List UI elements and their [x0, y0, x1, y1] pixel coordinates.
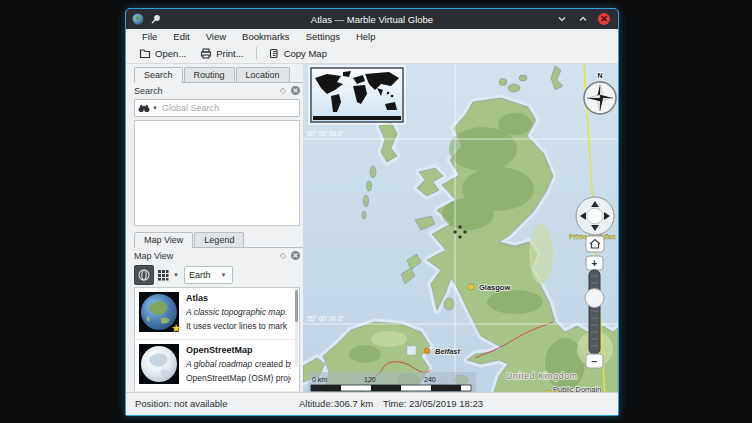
- combo-caret-icon: ▼: [221, 272, 227, 278]
- belfast-marker[interactable]: [424, 348, 430, 354]
- menu-bar: File Edit View Bookmarks Settings Help: [126, 29, 618, 44]
- window-title: Atlas — Marble Virtual Globe: [126, 14, 618, 25]
- status-position: Position: not available: [135, 398, 227, 409]
- minimize-button[interactable]: [556, 13, 568, 25]
- tab-map-view[interactable]: Map View: [134, 232, 193, 248]
- tab-location[interactable]: Location: [236, 67, 290, 82]
- theme-item-openstreetmap[interactable]: OpenStreetMap A global roadmap created b…: [135, 340, 299, 392]
- glasgow-label: Glasgow: [479, 283, 510, 292]
- license-label: Public Domain: [553, 385, 601, 392]
- theme-title: Atlas: [186, 293, 287, 303]
- printer-icon: [200, 48, 212, 59]
- menu-bookmarks[interactable]: Bookmarks: [234, 30, 298, 43]
- belfast-label: Belfast: [435, 347, 461, 356]
- status-time: Time: 23/05/2019 18:23: [383, 398, 483, 409]
- toolbar-separator: [256, 47, 257, 60]
- pin-icon[interactable]: [149, 13, 161, 25]
- grid-icon: [157, 269, 169, 281]
- status-altitude-label: Altitude:: [299, 398, 333, 409]
- projection-caret-icon: ▼: [173, 272, 179, 278]
- tab-search[interactable]: Search: [134, 67, 183, 83]
- home-button[interactable]: [586, 236, 604, 252]
- view-tabs: Map View Legend: [134, 229, 303, 248]
- copy-icon: [269, 48, 280, 59]
- title-bar: Atlas — Marble Virtual Globe ✕: [126, 9, 618, 29]
- mapview-toolbar: ▼ Earth ▼: [134, 263, 303, 287]
- maximize-button[interactable]: [577, 13, 589, 25]
- scale-label-120: 120: [364, 376, 376, 383]
- open-button[interactable]: Open...: [132, 46, 193, 61]
- theme-title: OpenStreetMap: [186, 345, 291, 355]
- search-field-wrap: ▼: [134, 99, 300, 117]
- screenshot-canvas: Atlas — Marble Virtual Globe ✕ File Edit…: [0, 0, 752, 423]
- latitude-label-55: 55° 00' 00.0": [307, 315, 345, 322]
- menu-edit[interactable]: Edit: [165, 30, 197, 43]
- navigation-pad[interactable]: [576, 197, 614, 235]
- zoom-slider-handle[interactable]: [585, 289, 604, 308]
- close-panel-icon[interactable]: ✕: [291, 251, 300, 260]
- tab-legend[interactable]: Legend: [194, 232, 244, 247]
- overview-map[interactable]: [309, 66, 405, 124]
- main-toolbar: Open... Print... Copy Map: [126, 44, 618, 64]
- lake: [407, 346, 416, 355]
- close-panel-icon[interactable]: ✕: [291, 86, 300, 95]
- zoom-out-label: −: [592, 356, 598, 367]
- glasgow-marker[interactable]: [468, 284, 474, 290]
- float-panel-icon[interactable]: ◇: [280, 251, 286, 260]
- binoculars-icon: [138, 104, 150, 113]
- menu-settings[interactable]: Settings: [298, 30, 348, 43]
- search-dock-header: Search ◇ ✕: [134, 83, 303, 98]
- globe-projection-button[interactable]: [134, 265, 154, 285]
- panel-tabs: Search Routing Location: [134, 64, 303, 83]
- scale-label-240: 240: [424, 376, 436, 383]
- favorite-star-icon: ★: [171, 322, 181, 335]
- osm-thumbnail: [139, 344, 179, 384]
- tab-routing[interactable]: Routing: [184, 67, 235, 82]
- theme-list-scrollbar[interactable]: [295, 289, 298, 367]
- map-theme-list: ★ Atlas A classic topographic map. It us…: [134, 287, 300, 392]
- globe-icon: [137, 268, 151, 282]
- compass-north-label: N: [597, 72, 602, 79]
- close-button[interactable]: ✕: [598, 13, 610, 25]
- menu-help[interactable]: Help: [348, 30, 384, 43]
- status-altitude-value: 306.7 km: [334, 398, 373, 409]
- menu-view[interactable]: View: [198, 30, 234, 43]
- scrollbar-handle[interactable]: [295, 290, 298, 322]
- menu-file[interactable]: File: [134, 30, 165, 43]
- main-area: Search Routing Location Search ◇ ✕ ▼ Map…: [126, 64, 618, 392]
- scale-bar: 0 km 120 240: [308, 372, 476, 392]
- flat-projection-button[interactable]: ▼: [157, 266, 181, 284]
- latitude-label-60: 60° 00' 00.0": [307, 130, 345, 137]
- marble-window: Atlas — Marble Virtual Globe ✕ File Edit…: [125, 8, 619, 416]
- search-options-caret-icon[interactable]: ▼: [152, 105, 158, 111]
- search-input[interactable]: [160, 102, 296, 114]
- app-globe-icon: [132, 13, 144, 25]
- copy-map-button[interactable]: Copy Map: [262, 46, 334, 61]
- float-panel-icon[interactable]: ◇: [280, 86, 286, 95]
- status-bar: Position: not available Altitude: 306.7 …: [126, 392, 618, 415]
- open-folder-icon: [139, 48, 151, 59]
- celestial-body-select[interactable]: Earth ▼: [184, 266, 233, 284]
- sidebar: Search Routing Location Search ◇ ✕ ▼ Map…: [126, 64, 303, 392]
- search-results-list[interactable]: [134, 120, 300, 226]
- map-viewport[interactable]: 60° 00' 00.0" 55° 00' 00.0" Prime Meridi…: [303, 64, 618, 392]
- atlas-thumbnail: ★: [139, 292, 179, 332]
- mapview-dock-header: Map View ◇ ✕: [134, 248, 303, 263]
- theme-item-atlas[interactable]: ★ Atlas A classic topographic map. It us…: [135, 288, 299, 340]
- country-label: United Kingdom: [506, 371, 578, 381]
- zoom-in-label: +: [592, 258, 598, 269]
- print-button[interactable]: Print...: [193, 46, 250, 61]
- search-row: ▼: [134, 99, 300, 117]
- scale-label-0: 0 km: [312, 376, 327, 383]
